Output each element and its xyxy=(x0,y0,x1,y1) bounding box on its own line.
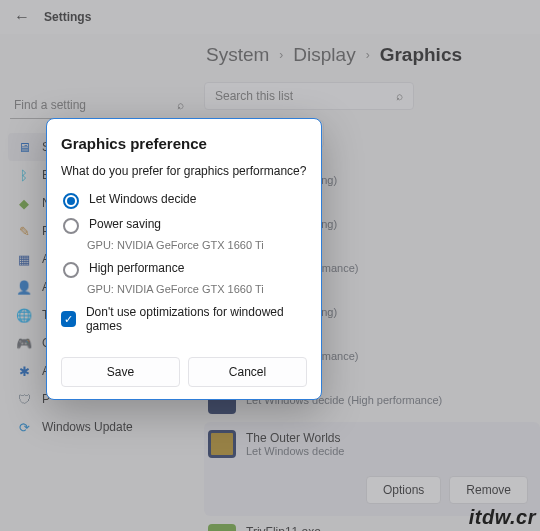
radio-let-windows-decide[interactable]: Let Windows decide xyxy=(61,188,307,213)
dialog-title: Graphics preference xyxy=(61,135,307,152)
checkbox-icon: ✓ xyxy=(61,311,76,327)
radio-icon xyxy=(63,193,79,209)
radio-label: Let Windows decide xyxy=(89,192,196,206)
cancel-button[interactable]: Cancel xyxy=(188,357,307,387)
radio-sublabel: GPU: NVIDIA GeForce GTX 1660 Ti xyxy=(87,283,307,295)
checkbox-windowed-optimizations[interactable]: ✓ Don't use optimizations for windowed g… xyxy=(61,305,307,333)
radio-high-performance[interactable]: High performance xyxy=(61,257,307,282)
radio-icon xyxy=(63,218,79,234)
graphics-preference-dialog: Graphics preference What do you prefer f… xyxy=(46,118,322,400)
save-button[interactable]: Save xyxy=(61,357,180,387)
radio-label: Power saving xyxy=(89,217,161,231)
dialog-question: What do you prefer for graphics performa… xyxy=(61,164,307,178)
watermark: itdw.cr xyxy=(469,506,536,529)
radio-sublabel: GPU: NVIDIA GeForce GTX 1660 Ti xyxy=(87,239,307,251)
radio-power-saving[interactable]: Power saving xyxy=(61,213,307,238)
checkbox-label: Don't use optimizations for windowed gam… xyxy=(86,305,307,333)
radio-icon xyxy=(63,262,79,278)
radio-label: High performance xyxy=(89,261,184,275)
